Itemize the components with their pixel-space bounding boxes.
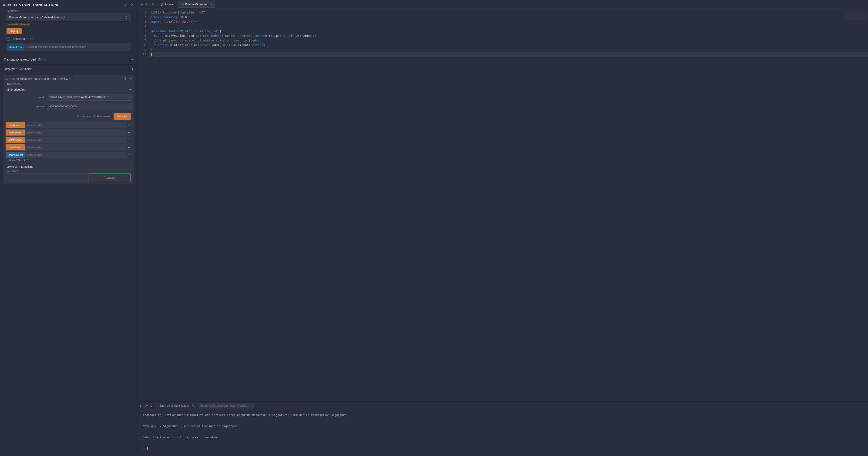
setmanager-input[interactable]	[25, 137, 126, 143]
function-row-setnone: setNone	[6, 144, 131, 150]
close-icon[interactable]	[129, 77, 132, 80]
file-sync-icon	[181, 3, 184, 6]
addr-param-input[interactable]	[47, 94, 131, 101]
tab-inativeminter[interactable]: INativeMinter.sol	[178, 1, 215, 8]
copy-icon[interactable]	[124, 77, 127, 80]
readallowlist-input[interactable]	[25, 152, 126, 158]
amount-param-input[interactable]	[47, 103, 131, 110]
clear-icon[interactable]	[145, 404, 148, 407]
info-icon[interactable]: i	[130, 165, 130, 168]
function-name: mintNativeCoin	[6, 88, 26, 91]
publish-ipfs-checkbox[interactable]	[6, 37, 10, 40]
addr-param-label: addr:	[6, 96, 45, 98]
terminal-output[interactable]: transact to INativeMinter.mintNativeCoin…	[137, 410, 868, 456]
calldata-label: CALLDATA	[6, 170, 130, 172]
mintnativecoin-header[interactable]: mintNativeCoin	[6, 88, 131, 91]
chevron-right-icon	[131, 58, 133, 61]
tab-bar: Home INativeMinter.sol	[137, 0, 868, 9]
deployed-contract-item: INATIVEMINTER AT 0X020...00001 (BLOCKCHA…	[3, 75, 134, 184]
chevron-down-icon[interactable]	[126, 137, 131, 143]
setnone-input[interactable]	[25, 144, 126, 150]
terminal-search-input[interactable]	[198, 403, 254, 408]
setadmin-button[interactable]: setAdmin	[6, 122, 25, 128]
readallowlist-button[interactable]: readAllowList	[6, 152, 25, 158]
setnone-button[interactable]: setNone	[6, 144, 25, 150]
function-row-setmanager: setManager	[6, 137, 131, 143]
updown-icon	[126, 16, 128, 19]
chevron-down-icon[interactable]	[5, 78, 8, 80]
contract-selected-value: INativeMinter - contracts/INativeMinter.…	[9, 16, 65, 19]
function-row-setenabled: setEnabled	[6, 130, 131, 136]
deploy-button[interactable]: Deploy	[6, 28, 22, 34]
deploy-run-panel: DEPLOY & RUN TRANSACTIONS CONTRACT INati…	[0, 0, 137, 456]
deployed-contract-name: INATIVEMINTER AT 0X020...00001 (BLOCKCHA…	[10, 78, 71, 80]
setadmin-input[interactable]	[25, 122, 126, 128]
search-icon[interactable]	[192, 404, 195, 407]
at-address-button[interactable]: At Address	[6, 43, 25, 51]
svg-point-1	[45, 59, 45, 59]
minimap[interactable]	[845, 10, 866, 20]
calldata-button[interactable]: Calldata	[76, 115, 90, 118]
function-row-readallowlist: readAllowList	[6, 152, 131, 158]
at-address-input[interactable]	[25, 43, 130, 51]
calldata-input[interactable]	[6, 173, 89, 182]
terminal-toolbar: 0 listen on all transactions	[137, 401, 868, 410]
code-editor[interactable]: //SPDX-License-Identifier: MITpragma sol…	[149, 9, 868, 401]
home-icon	[161, 3, 164, 6]
info-icon[interactable]	[43, 58, 47, 61]
editor-panel: Home INativeMinter.sol 12345678910 //SPD…	[137, 0, 868, 456]
play-icon[interactable]	[140, 3, 143, 6]
zoom-in-icon[interactable]	[152, 3, 155, 6]
chevron-down-icon[interactable]	[126, 152, 131, 158]
listen-checkbox[interactable]	[155, 404, 158, 407]
chevron-right-icon[interactable]	[130, 3, 133, 6]
svg-rect-2	[45, 59, 45, 60]
tab-label: INativeMinter.sol	[185, 3, 208, 6]
svg-point-12	[192, 404, 194, 406]
contract-select[interactable]: INativeMinter - contracts/INativeMinter.…	[6, 13, 130, 21]
tab-home[interactable]: Home	[158, 1, 176, 7]
setenabled-input[interactable]	[25, 130, 126, 136]
evm-version-badge: evm version: shanghai	[6, 23, 30, 26]
check-icon[interactable]	[124, 3, 128, 6]
contract-label: CONTRACT	[6, 10, 130, 12]
chevron-down-icon[interactable]	[126, 144, 131, 150]
setmanager-button[interactable]: setManager	[6, 137, 25, 143]
chevron-down-icon[interactable]	[126, 122, 131, 128]
setenabled-button[interactable]: setEnabled	[6, 130, 25, 136]
zoom-out-icon[interactable]	[146, 3, 149, 6]
lowlevel-title: Low level interactions	[6, 165, 33, 168]
expand-down-icon[interactable]	[139, 404, 142, 407]
transact-button[interactable]: transact	[114, 113, 131, 120]
readallowlist-output: 0: uint256: role 3	[3, 158, 134, 162]
tx-recorded-title: Transactions recorded	[4, 58, 36, 61]
function-row-setadmin: setAdmin	[6, 122, 131, 128]
pending-tx-count: 0	[151, 404, 152, 407]
parameters-button[interactable]: Parameters	[93, 115, 110, 118]
trash-icon[interactable]	[130, 67, 133, 70]
panel-title: DEPLOY & RUN TRANSACTIONS	[3, 3, 60, 7]
chevron-up-icon	[129, 88, 131, 91]
close-tab-icon[interactable]	[210, 3, 212, 6]
publish-ipfs-label: Publish to IPFS	[12, 37, 33, 40]
transactions-recorded-header[interactable]: Transactions recorded 2	[0, 54, 137, 65]
contract-balance: Balance: 0 ETH	[3, 82, 134, 87]
amount-param-label: amount:	[6, 105, 45, 108]
lowlevel-transact-button[interactable]: Transact	[89, 173, 130, 182]
line-numbers: 12345678910	[137, 9, 149, 401]
tx-recorded-count: 2	[38, 58, 42, 61]
chevron-down-icon[interactable]	[126, 130, 131, 136]
deployed-contracts-title: Deployed Contracts	[4, 67, 32, 71]
